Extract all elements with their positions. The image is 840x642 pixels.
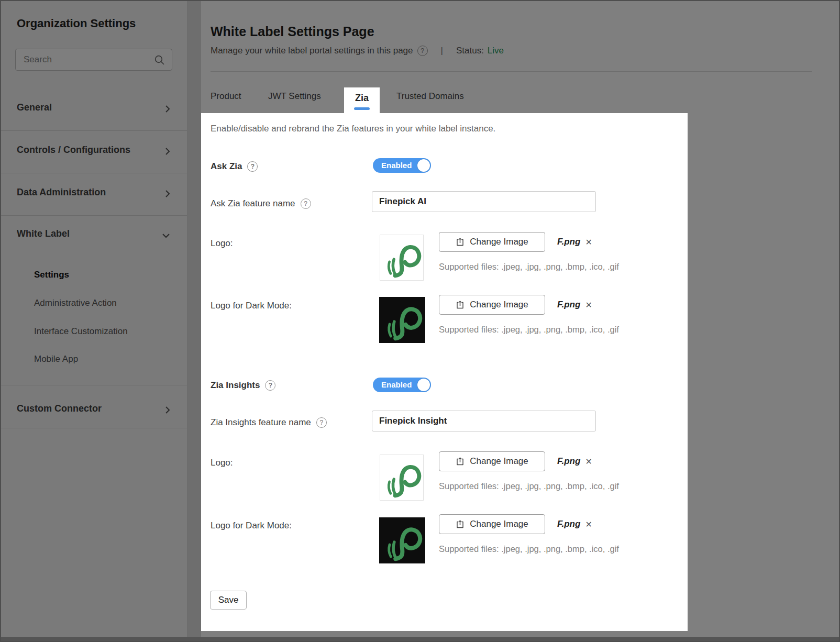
finepick-logo (381, 457, 422, 498)
uploaded-file-row: F.png ✕ (557, 518, 592, 530)
change-image-button[interactable]: Change Image (439, 232, 545, 252)
status-label: Status: (456, 46, 484, 56)
ask-zia-feature-name-label-row: Ask Zia feature name ? (211, 198, 311, 209)
sidebar-item-data-administration[interactable]: Data Administration (1, 187, 187, 203)
change-image-button[interactable]: Change Image (439, 295, 545, 315)
supported-files-text: Supported files: .jpeg, .jpg, .png, .bmp… (439, 262, 619, 272)
feature-name-label: Ask Zia feature name (211, 198, 295, 209)
change-image-label: Change Image (470, 300, 528, 310)
tab-zia-label: Zia (344, 93, 380, 104)
sidebar-title: Organization Settings (17, 17, 136, 30)
zia-tab-panel: Enable/disable and rebrand the Zia featu… (201, 113, 688, 631)
finepick-logo-dark (381, 519, 423, 561)
tab-trusted-domains[interactable]: Trusted Domains (396, 91, 464, 102)
status-value: Live (488, 46, 504, 56)
page-subtitle: Manage your white label portal settings … (211, 46, 413, 56)
finepick-logo (381, 237, 422, 278)
logo-preview (380, 455, 424, 501)
supported-files-text: Supported files: .jpeg, .jpg, .png, .bmp… (439, 325, 619, 335)
page-subtitle-row: Manage your white label portal settings … (211, 46, 504, 56)
header-divider (211, 71, 812, 72)
file-name: F.png (557, 300, 580, 310)
change-image-label: Change Image (470, 519, 528, 529)
tab-zia[interactable]: Zia (344, 87, 380, 114)
upload-icon (456, 520, 465, 529)
main-content: White Label Settings Page Manage your wh… (201, 1, 840, 642)
sidebar-item-general[interactable]: General (1, 102, 187, 118)
search-input[interactable] (16, 49, 172, 70)
dark-logo-label: Logo for Dark Mode: (211, 301, 292, 311)
page-title: White Label Settings Page (211, 24, 374, 39)
help-icon[interactable]: ? (301, 198, 311, 209)
remove-file-icon[interactable]: ✕ (585, 519, 592, 529)
supported-files-text: Supported files: .jpeg, .jpg, .png, .bmp… (439, 544, 619, 554)
divider (1, 385, 187, 385)
layout-gap (187, 1, 201, 642)
chevron-right-icon (164, 405, 171, 415)
divider (1, 130, 187, 131)
divider (1, 215, 187, 216)
search-box (15, 49, 172, 71)
remove-file-icon[interactable]: ✕ (585, 300, 592, 310)
change-image-label: Change Image (470, 237, 528, 247)
tab-jwt-settings[interactable]: JWT Settings (268, 91, 321, 102)
sidebar: Organization Settings General Controls /… (1, 1, 187, 642)
supported-files-text: Supported files: .jpeg, .jpg, .png, .bmp… (439, 481, 619, 491)
remove-file-icon[interactable]: ✕ (585, 457, 592, 467)
sidebar-item-settings[interactable]: Settings (34, 270, 69, 280)
search-icon (154, 54, 165, 66)
remove-file-icon[interactable]: ✕ (585, 237, 592, 247)
toggle-knob (417, 379, 430, 391)
sidebar-item-custom-connector[interactable]: Custom Connector (1, 403, 187, 419)
sidebar-item-administrative-action[interactable]: Administrative Action (34, 298, 117, 308)
file-name: F.png (557, 237, 580, 247)
feature-name-label: Zia Insights feature name (211, 417, 311, 428)
logo-label: Logo: (211, 458, 233, 468)
tab-product[interactable]: Product (211, 91, 241, 102)
finepick-logo-dark (381, 299, 423, 341)
toggle-knob (417, 159, 430, 172)
logo-preview (380, 235, 424, 281)
change-image-label: Change Image (470, 456, 528, 467)
zia-insights-feature-name-input[interactable] (372, 411, 596, 431)
chevron-down-icon (161, 233, 171, 239)
change-image-button[interactable]: Change Image (439, 451, 545, 471)
upload-icon (456, 457, 465, 466)
ask-zia-toggle[interactable]: Enabled (373, 158, 431, 173)
sidebar-item-interface-customization[interactable]: Interface Customization (34, 326, 128, 337)
dark-logo-label: Logo for Dark Mode: (211, 521, 292, 531)
zia-insights-toggle[interactable]: Enabled (373, 378, 431, 392)
change-image-button[interactable]: Change Image (439, 514, 545, 534)
screenshot-frame: Organization Settings General Controls /… (0, 0, 840, 642)
sidebar-item-controls-configurations[interactable]: Controls / Configurations (1, 145, 187, 160)
save-button[interactable]: Save (210, 591, 247, 610)
section-label: Zia Insights (211, 380, 260, 391)
sidebar-item-label: Custom Connector (17, 403, 102, 414)
bottom-strip (1, 637, 840, 642)
sidebar-item-label: Data Administration (17, 187, 106, 198)
sidebar-item-white-label[interactable]: White Label (1, 228, 187, 244)
zia-insights-feature-name-label-row: Zia Insights feature name ? (211, 417, 327, 428)
ask-zia-feature-name-input[interactable] (372, 191, 596, 212)
sidebar-item-mobile-app[interactable]: Mobile App (34, 354, 78, 364)
chevron-right-icon (164, 189, 171, 198)
sidebar-item-label: Controls / Configurations (17, 145, 130, 156)
help-icon[interactable]: ? (265, 380, 275, 391)
uploaded-file-row: F.png ✕ (557, 298, 592, 311)
upload-icon (456, 301, 465, 309)
file-name: F.png (557, 519, 580, 529)
uploaded-file-row: F.png ✕ (557, 236, 592, 248)
help-icon[interactable]: ? (316, 417, 327, 428)
chevron-right-icon (164, 104, 171, 114)
divider (1, 173, 187, 173)
sidebar-item-label: General (17, 102, 52, 113)
dark-logo-preview (379, 517, 425, 563)
divider (1, 428, 187, 428)
help-icon[interactable]: ? (247, 161, 258, 172)
active-tab-underline (354, 107, 370, 110)
uploaded-file-row: F.png ✕ (557, 455, 592, 468)
sidebar-item-label: White Label (17, 228, 70, 239)
upload-icon (456, 238, 465, 247)
help-icon[interactable]: ? (417, 46, 428, 56)
chevron-right-icon (164, 147, 171, 156)
